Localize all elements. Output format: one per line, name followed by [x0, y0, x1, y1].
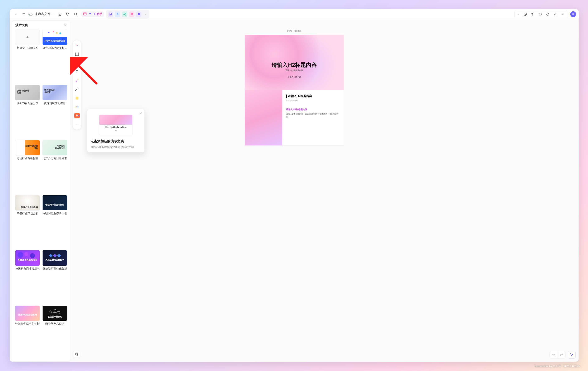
- template-card[interactable]: 吸尘器产品介绍吸尘器产品介绍: [42, 306, 67, 359]
- pointer-mode-button[interactable]: [568, 351, 576, 359]
- thumb-decor: [49, 253, 61, 259]
- search-button[interactable]: [72, 11, 79, 18]
- canvas-title[interactable]: PPT_Name: [287, 29, 301, 32]
- template-card[interactable]: 校园超市商业策划书校园超市商业策划书: [15, 250, 40, 303]
- slide-preview[interactable]: 请输入H2标题内容 请输入H3副标题内容 汇报人：博小思 请输入H2标题内容 此…: [244, 35, 344, 146]
- shape-icon[interactable]: [74, 60, 80, 66]
- slide1-sub[interactable]: 请输入H3副标题内容: [245, 69, 344, 72]
- svg-line-42: [56, 311, 58, 312]
- template-thumb: 开学典礼活动策划方案: [42, 30, 67, 45]
- template-thumb: 优秀传统文 化教育: [42, 85, 67, 100]
- svg-point-5: [74, 13, 77, 15]
- connector-icon[interactable]: [74, 86, 80, 92]
- calendar-icon[interactable]: [83, 12, 87, 16]
- undo-redo-group: [549, 351, 566, 359]
- slide1-title[interactable]: 请输入H2标题内容: [245, 61, 344, 69]
- template-thumb: 宠物行业分析 报告: [15, 140, 40, 155]
- expand-right-icon[interactable]: [516, 11, 521, 18]
- chart-icon[interactable]: [552, 11, 559, 18]
- slide2-image: [245, 90, 282, 145]
- slide-2[interactable]: 请输入H2标题内容 此处添加副标题 请输入H3副标题内容 请输入文本正文内容，b…: [245, 90, 344, 145]
- ai-card-icon[interactable]: [74, 42, 80, 49]
- tag-button[interactable]: [64, 11, 71, 18]
- template-thumb: +: [15, 30, 40, 45]
- undo-button[interactable]: [550, 351, 557, 358]
- preview-sub: —: [99, 130, 132, 131]
- slide2-small[interactable]: 此处添加副标题: [286, 99, 340, 102]
- svg-point-62: [78, 107, 78, 108]
- ai-sparkle-icon: [88, 12, 92, 16]
- svg-line-41: [52, 311, 54, 311]
- slide2-h3[interactable]: 请输入H3副标题内容: [286, 108, 340, 111]
- template-label: 新建空白演示文稿: [15, 46, 40, 50]
- template-card[interactable]: 物联网行业咨询报告物联网行业咨询报告: [42, 195, 67, 248]
- template-thumb: 吸尘器产品介绍: [42, 306, 67, 321]
- svg-point-57: [75, 107, 76, 107]
- vertical-toolbar: T P ⋯: [73, 40, 82, 130]
- thumb-caption: 优秀传统文 化教育: [44, 89, 55, 94]
- sidepanel-header: 演示文稿 ✕: [12, 21, 70, 30]
- template-card[interactable]: 宠物行业分析 报告宠物行业分析报告: [15, 140, 40, 193]
- download-button[interactable]: [56, 11, 63, 18]
- svg-point-38: [50, 311, 52, 313]
- template-sidepanel: 演示文稿 ✕ +新建空白演示文稿开学典礼活动策划方案开学典礼活动策划...课外书…: [12, 21, 70, 362]
- template-card[interactable]: 课外书籍阅读 分享课外书籍阅读分享: [15, 85, 40, 138]
- pen-icon[interactable]: [74, 77, 80, 84]
- menu-button[interactable]: [20, 11, 27, 18]
- active-indicator-dot: [78, 115, 79, 116]
- template-card[interactable]: 地产公司 商业计划书地产公司商业计划书: [42, 140, 67, 193]
- watermark: Screenshot by 公众号「效率工具指南」: [535, 364, 583, 368]
- mindmap-icon[interactable]: [74, 104, 80, 110]
- play-button[interactable]: [522, 11, 529, 18]
- template-card[interactable]: 优秀传统文 化教育优秀传统文化教育: [42, 85, 67, 138]
- p-tool-icon[interactable]: P: [115, 11, 120, 17]
- template-thumb: 陶瓷行业市场分析: [15, 195, 40, 211]
- filename-field[interactable]: 未命名文件: [34, 12, 55, 16]
- template-card[interactable]: 陶瓷行业市场分析陶瓷行业市场分析: [15, 195, 40, 248]
- redo-button[interactable]: [557, 351, 566, 358]
- slide2-body[interactable]: 请输入文本正文内容，boardmix提供多种文本格式，满足您的需要: [286, 113, 340, 118]
- sticky-note-icon[interactable]: [74, 95, 80, 101]
- avatar[interactable]: 城: [570, 11, 576, 17]
- preview-swirl: [99, 115, 132, 125]
- comment-tool-icon[interactable]: [136, 11, 141, 17]
- popover-close-icon[interactable]: ✕: [139, 111, 142, 115]
- content-tool-row: P: [106, 10, 149, 19]
- svg-point-54: [75, 90, 76, 91]
- svg-point-45: [76, 45, 77, 45]
- chat-icon[interactable]: [537, 11, 544, 18]
- more-tools-icon[interactable]: ⋯: [74, 121, 80, 127]
- cursor-effect-icon[interactable]: [529, 11, 536, 18]
- image-tool-icon[interactable]: [108, 11, 113, 17]
- tool-row-chevron-left[interactable]: [143, 11, 148, 18]
- frame-icon[interactable]: [74, 51, 80, 57]
- ai-assistant-label[interactable]: AI助手: [94, 12, 102, 16]
- template-card[interactable]: 英雄联盟商业化分析英雄联盟商业化分析: [42, 250, 67, 303]
- locate-button[interactable]: [73, 351, 80, 358]
- template-thumb: 英雄联盟商业化分析: [42, 250, 67, 266]
- share-tool-icon[interactable]: [122, 11, 127, 17]
- svg-marker-21: [525, 14, 526, 15]
- back-button[interactable]: [12, 11, 19, 18]
- right-tools: 城: [514, 10, 576, 18]
- timer-icon[interactable]: [544, 11, 551, 18]
- template-thumb: 地产公司 商业计划书: [42, 140, 67, 155]
- more-icon[interactable]: [559, 11, 566, 18]
- text-icon[interactable]: T: [74, 69, 80, 75]
- template-card[interactable]: 计算机学院毕业答辩计算机学院毕业答辩: [15, 306, 40, 359]
- thumb-caption: 课外书籍阅读 分享: [17, 90, 29, 95]
- ppt-tool-button[interactable]: P: [74, 112, 80, 119]
- close-icon[interactable]: ✕: [64, 23, 67, 27]
- svg-point-58: [78, 107, 79, 107]
- bottom-right-tools: [549, 351, 576, 359]
- slide-1[interactable]: 请输入H2标题内容 请输入H3副标题内容 汇报人：博小思: [245, 35, 344, 90]
- slide2-h2[interactable]: 请输入H2标题内容: [286, 94, 340, 98]
- thumb-decor: [49, 309, 61, 315]
- template-card[interactable]: 开学典礼活动策划方案开学典礼活动策划...: [42, 30, 67, 83]
- template-card[interactable]: +新建空白演示文稿: [15, 30, 40, 83]
- ai-tool-row: AI助手: [81, 11, 104, 17]
- slide1-presenter[interactable]: 汇报人：博小思: [245, 76, 344, 78]
- template-thumb: 物联网行业咨询报告: [42, 195, 67, 211]
- template-label: 物联网行业咨询报告: [42, 212, 67, 215]
- grid-tool-icon[interactable]: [129, 11, 134, 17]
